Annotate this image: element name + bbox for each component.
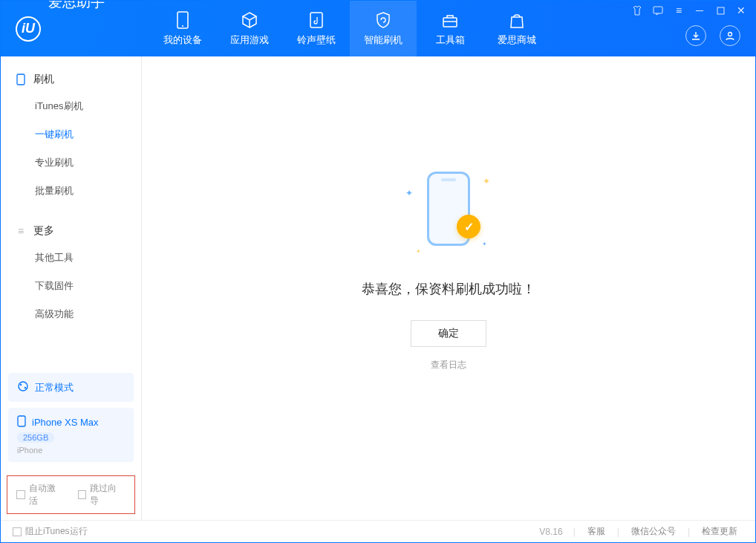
user-icon[interactable] <box>720 25 740 46</box>
sidebar-item-download-firmware[interactable]: 下载固件 <box>1 272 141 300</box>
maximize-button[interactable] <box>715 5 726 16</box>
logo-icon: iU <box>16 16 41 42</box>
tab-label: 铃声壁纸 <box>297 33 336 47</box>
svg-rect-5 <box>717 7 724 14</box>
version-label: V8.16 <box>539 527 562 537</box>
svg-rect-7 <box>17 74 25 85</box>
svg-point-6 <box>729 33 732 36</box>
tab-store[interactable]: 爱思商城 <box>483 1 550 56</box>
sparkle-icon: ✦ <box>483 176 490 186</box>
download-icon[interactable] <box>685 25 706 46</box>
sidebar: 刷机 iTunes刷机 一键刷机 专业刷机 批量刷机 ≡ 更多 其他工具 下载固… <box>1 56 142 520</box>
tab-label: 应用游戏 <box>230 33 269 47</box>
tab-ringtones[interactable]: 铃声壁纸 <box>283 1 350 56</box>
svg-point-8 <box>19 382 27 391</box>
music-file-icon <box>307 11 325 29</box>
block-itunes-checkbox[interactable]: 阻止iTunes运行 <box>13 525 88 538</box>
sidebar-title: 更多 <box>33 224 54 238</box>
device-panel: 正常模式 iPhone XS Max 256GB iPhone <box>1 368 141 472</box>
auto-activate-label: 自动激活 <box>29 482 65 507</box>
view-log-link[interactable]: 查看日志 <box>431 359 466 371</box>
tab-apps[interactable]: 应用游戏 <box>216 1 283 56</box>
menu-icon[interactable]: ≡ <box>674 5 684 16</box>
svg-rect-2 <box>310 13 322 27</box>
sidebar-item-oneclick-flash[interactable]: 一键刷机 <box>1 120 141 149</box>
sparkle-icon: ✦ <box>416 248 421 255</box>
tab-label: 智能刷机 <box>364 33 403 47</box>
sidebar-item-pro-flash[interactable]: 专业刷机 <box>1 149 141 177</box>
options-row: 自动激活 跳过向导 <box>7 475 135 514</box>
toolbox-icon <box>441 11 459 29</box>
block-itunes-label: 阻止iTunes运行 <box>25 525 88 538</box>
close-button[interactable]: ✕ <box>736 5 746 16</box>
sidebar-title: 刷机 <box>33 73 54 86</box>
logo-text: 爱思助手 www.i4.cn <box>48 0 105 65</box>
sparkle-icon: ✦ <box>482 241 487 247</box>
svg-rect-3 <box>443 18 457 27</box>
sidebar-item-advanced[interactable]: 高级功能 <box>1 300 141 328</box>
app-url: www.i4.cn <box>48 56 105 65</box>
app-header: iU 爱思助手 www.i4.cn 我的设备 应用游戏 铃声壁纸 智能刷机 工具… <box>1 1 755 56</box>
mode-label: 正常模式 <box>35 381 74 394</box>
mode-icon <box>17 380 29 394</box>
app-name: 爱思助手 <box>48 0 105 56</box>
tab-label: 我的设备 <box>163 33 202 47</box>
auto-activate-checkbox[interactable]: 自动激活 <box>16 482 65 507</box>
cube-icon <box>241 11 258 29</box>
footer-link-wechat[interactable]: 微信公众号 <box>625 525 682 538</box>
device-icon <box>174 11 192 29</box>
device-icon <box>17 415 26 429</box>
sidebar-header-flash: 刷机 <box>1 67 141 92</box>
ok-button[interactable]: 确定 <box>411 320 486 347</box>
success-message: 恭喜您，保资料刷机成功啦！ <box>362 280 535 298</box>
separator: | <box>573 527 576 537</box>
minimize-button[interactable]: ─ <box>694 5 705 16</box>
footer: 阻止iTunes运行 V8.16 | 客服 | 微信公众号 | 检查更新 <box>1 520 755 542</box>
logo-area: iU 爱思助手 www.i4.cn <box>1 0 149 65</box>
list-icon: ≡ <box>16 226 26 236</box>
footer-link-support[interactable]: 客服 <box>581 525 611 538</box>
shield-refresh-icon <box>374 11 392 29</box>
storage-badge: 256GB <box>17 432 54 443</box>
sidebar-item-batch-flash[interactable]: 批量刷机 <box>1 177 141 205</box>
window-controls: ≡ ─ ✕ <box>632 5 746 16</box>
svg-point-10 <box>25 387 26 388</box>
separator: | <box>617 527 619 537</box>
separator: | <box>688 527 690 537</box>
mode-box[interactable]: 正常模式 <box>8 373 134 402</box>
device-type: iPhone <box>17 446 42 455</box>
tab-label: 爱思商城 <box>498 33 536 47</box>
sidebar-item-other-tools[interactable]: 其他工具 <box>1 244 141 272</box>
device-box[interactable]: iPhone XS Max 256GB iPhone <box>8 408 134 462</box>
sparkle-icon: ✦ <box>405 188 413 198</box>
tab-my-device[interactable]: 我的设备 <box>149 1 216 56</box>
sidebar-section-flash: 刷机 iTunes刷机 一键刷机 专业刷机 批量刷机 <box>1 56 141 208</box>
bag-icon <box>508 11 526 29</box>
svg-rect-4 <box>654 7 662 13</box>
body: 刷机 iTunes刷机 一键刷机 专业刷机 批量刷机 ≡ 更多 其他工具 下载固… <box>1 56 755 520</box>
tab-flash[interactable]: 智能刷机 <box>350 1 417 56</box>
main-content: ✦ ✦ ✦ ✦ ✓ 恭喜您，保资料刷机成功啦！ 确定 查看日志 <box>142 56 755 520</box>
skip-guide-label: 跳过向导 <box>90 482 126 507</box>
svg-point-9 <box>20 384 22 386</box>
header-actions <box>685 25 740 46</box>
svg-point-1 <box>182 25 183 27</box>
sidebar-section-more: ≡ 更多 其他工具 下载固件 高级功能 <box>1 208 141 331</box>
shirt-icon[interactable] <box>632 5 642 16</box>
main-tabs: 我的设备 应用游戏 铃声壁纸 智能刷机 工具箱 爱思商城 <box>149 1 550 56</box>
device-name: iPhone XS Max <box>32 417 99 428</box>
check-badge-icon: ✓ <box>457 215 480 238</box>
sidebar-header-more: ≡ 更多 <box>1 218 141 244</box>
tab-label: 工具箱 <box>436 33 465 47</box>
footer-right: V8.16 | 客服 | 微信公众号 | 检查更新 <box>539 525 743 538</box>
footer-link-update[interactable]: 检查更新 <box>696 525 743 538</box>
skip-guide-checkbox[interactable]: 跳过向导 <box>78 482 126 507</box>
phone-icon <box>16 74 26 85</box>
feedback-icon[interactable] <box>653 5 663 16</box>
success-illustration: ✦ ✦ ✦ ✦ ✓ <box>397 161 501 265</box>
svg-rect-11 <box>18 416 25 426</box>
sidebar-item-itunes-flash[interactable]: iTunes刷机 <box>1 92 141 120</box>
tab-toolbox[interactable]: 工具箱 <box>417 1 483 56</box>
